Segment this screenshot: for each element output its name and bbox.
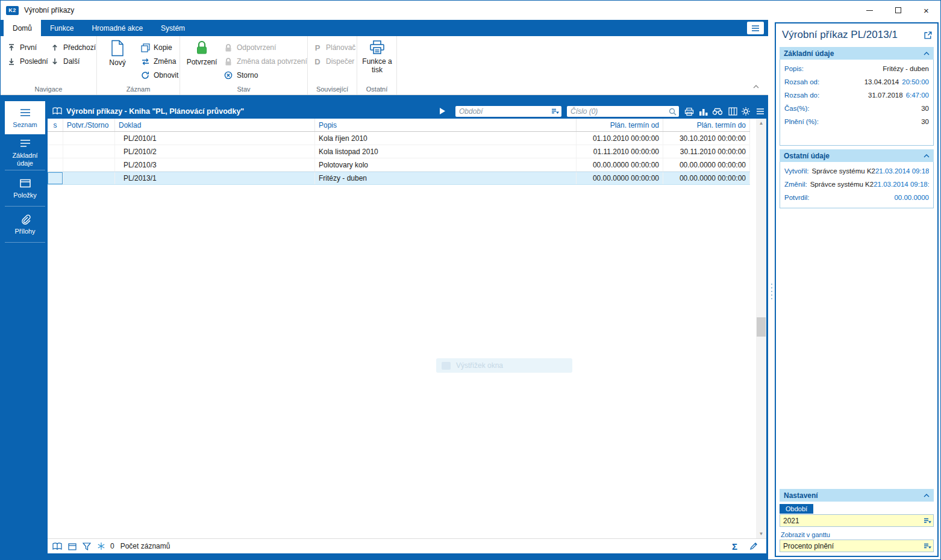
group-label-stav: Stav (180, 86, 307, 93)
functions-print-button[interactable]: Funkce a tisk (360, 40, 394, 75)
refresh-button[interactable]: Obnovit (140, 69, 178, 81)
select-list-icon[interactable] (921, 515, 933, 526)
open-in-window-button[interactable] (924, 31, 933, 42)
column-header-potvr-storno[interactable]: Potvr./Storno (63, 119, 115, 131)
run-filter-button[interactable] (440, 108, 449, 116)
view-toggle-button[interactable] (52, 543, 62, 550)
dispatcher-label: Dispečer (326, 57, 354, 66)
select-list-icon[interactable] (921, 540, 933, 552)
functions-print-label: Funkce a tisk (360, 58, 394, 75)
table-header-row: s Potvr./Storno Doklad Popis Plán. termí… (48, 119, 750, 132)
column-header-popis[interactable]: Popis (315, 119, 577, 131)
minimize-icon (866, 10, 873, 11)
hamburger-icon (751, 25, 760, 32)
section-header-ostatni-udaje[interactable]: Ostatní údaje (780, 149, 934, 162)
edit-button[interactable] (749, 542, 758, 550)
scroll-up-button[interactable]: ▲ (756, 119, 766, 128)
filter-button[interactable] (83, 543, 91, 550)
sidebar-item-polozky[interactable]: Položky (5, 170, 45, 207)
minimize-button[interactable] (855, 1, 884, 20)
maximize-button[interactable] (884, 1, 912, 20)
scroll-down-button[interactable]: ▼ (756, 529, 766, 538)
snip-icon (442, 362, 451, 370)
settings-button[interactable] (740, 106, 751, 117)
column-header-plan-termin-od[interactable]: Plán. termín od (577, 119, 663, 131)
panel-splitter[interactable] (768, 20, 775, 560)
confirm-button[interactable]: Potvrzení (185, 40, 219, 67)
find-button[interactable] (711, 106, 724, 117)
green-lock-icon (195, 40, 209, 56)
cell-doklad: PL/2013/1 (115, 172, 315, 184)
tab-system[interactable]: Systém (152, 20, 194, 36)
window-titlebar: K2 Výrobní příkazy × (1, 1, 940, 20)
table-row-selected[interactable]: PL/2013/1 Fritézy - duben 00.00.0000 00:… (48, 172, 750, 185)
sidebar-item-seznam[interactable]: Seznam (5, 101, 45, 134)
sidebar-item-zakladni-udaje[interactable]: Základní údaje (5, 134, 45, 170)
chart-button[interactable] (698, 106, 709, 117)
table-row[interactable]: PL/2010/2 Kola listopad 2010 01.11.2010 … (48, 145, 750, 158)
printer-icon (369, 40, 385, 55)
form-icon (20, 137, 31, 149)
previous-button[interactable]: Předchozí (50, 42, 96, 54)
gantt-label: Zobrazit v ganttu (781, 531, 934, 538)
last-icon (7, 57, 16, 66)
vertical-scrollbar[interactable]: ▲ ▼ (756, 119, 766, 538)
column-header-plan-termin-do[interactable]: Plán. termín do (663, 119, 750, 131)
period-chip: Období (780, 504, 813, 514)
columns-button[interactable] (727, 106, 738, 117)
collapse-section-icon (924, 154, 930, 158)
cell-termin-od: 00.00.0000 00:00:00 (577, 158, 663, 171)
section-body-nastaveni: Období 2021 Zobrazit v ganttu Procento p… (780, 502, 934, 552)
number-filter-input[interactable]: Číslo (0) (567, 106, 679, 117)
cell-popis: Kola říjen 2010 (315, 132, 577, 145)
planner-button: P Plánovač (313, 42, 355, 54)
statusbar: 0 Počet záznamů Σ (48, 538, 766, 553)
last-button[interactable]: Poslední (7, 55, 48, 67)
gantt-value: Procento plnění (783, 542, 834, 550)
cancel-record-button[interactable]: Storno (224, 69, 258, 81)
first-label: První (20, 43, 37, 52)
gantt-select[interactable]: Procento plnění (780, 540, 934, 552)
ribbon-menu-button[interactable] (747, 22, 764, 34)
frozen-filter-indicator[interactable] (97, 542, 105, 550)
new-button[interactable]: Nový (102, 40, 133, 67)
collapse-ribbon-button[interactable] (751, 83, 761, 90)
section-nastaveni: Nastavení Období 2021 Zobrazit v ganttu … (780, 489, 934, 552)
swap-arrows-icon (140, 57, 150, 66)
column-header-s[interactable]: s (48, 119, 63, 131)
print-button[interactable] (684, 106, 695, 117)
panel-view-button[interactable] (68, 543, 77, 550)
section-title: Ostatní údaje (784, 152, 830, 160)
statusbar-right: Σ (732, 541, 761, 552)
period-value: 2021 (783, 517, 799, 525)
section-title: Základní údaje (784, 49, 834, 58)
scrollbar-thumb[interactable] (757, 317, 766, 337)
table-row[interactable]: PL/2010/3 Polotovary kolo 00.00.0000 00:… (48, 158, 750, 172)
next-button[interactable]: Další (50, 55, 80, 67)
table-menu-button[interactable] (755, 106, 766, 117)
cell-termin-do: 30.10.2010 00:00:00 (663, 132, 750, 145)
section-header-nastaveni[interactable]: Nastavení (780, 489, 934, 502)
sidebar-label-seznam: Seznam (13, 121, 37, 129)
table-row[interactable]: PL/2010/1 Kola říjen 2010 01.10.2010 00:… (48, 132, 750, 145)
tab-funkce[interactable]: Funkce (41, 20, 83, 36)
section-header-zakladni-udaje[interactable]: Základní údaje (780, 47, 934, 60)
change-button[interactable]: Změna (140, 55, 176, 67)
print-icon (684, 107, 694, 116)
tab-domu[interactable]: Domů (4, 20, 41, 36)
close-button[interactable]: × (912, 1, 940, 20)
close-icon: × (924, 6, 929, 15)
field-plneni-procent: Plnění (%):30 (780, 115, 933, 128)
period-filter-input[interactable]: Období (455, 106, 561, 117)
cancel-record-label: Storno (237, 71, 258, 79)
group-label-zaznam: Záznam (97, 86, 180, 93)
sum-icon[interactable]: Σ (732, 541, 737, 552)
select-list-icon (551, 108, 559, 115)
tab-hromadne-akce[interactable]: Hromadné akce (83, 20, 152, 36)
copy-button[interactable]: Kopie (140, 42, 172, 54)
cell-potvr-storno (63, 158, 115, 171)
sidebar-item-prilohy[interactable]: Přílohy (5, 207, 45, 243)
first-button[interactable]: První (7, 42, 37, 54)
column-header-doklad[interactable]: Doklad (115, 119, 315, 131)
period-select[interactable]: 2021 (780, 514, 934, 527)
